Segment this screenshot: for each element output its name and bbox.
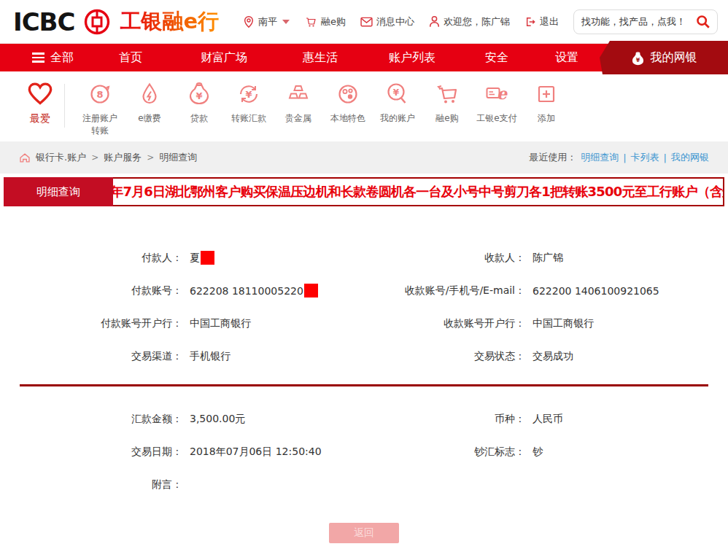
field-value: 陈广锦	[533, 252, 563, 265]
location-selector[interactable]: 南平	[243, 15, 290, 28]
breadcrumb-separator: >	[147, 152, 154, 163]
toolbar-label: e缴费	[128, 112, 171, 125]
breadcrumb-item[interactable]: 账户服务	[104, 151, 142, 164]
nav-item-life[interactable]: 惠生活	[303, 50, 338, 66]
add-icon	[533, 81, 559, 107]
chevron-down-icon	[282, 20, 290, 24]
field-value: 钞	[533, 446, 543, 459]
recent-link-card-list[interactable]: 卡列表	[631, 151, 659, 164]
user-icon	[429, 15, 440, 28]
toolbar-item-local-features[interactable]: 本地特色	[323, 81, 373, 125]
logout-label: 退出	[540, 15, 559, 28]
search-input[interactable]	[581, 16, 695, 27]
toolbar-item-register-transfer[interactable]: 8 注册账户转账	[75, 81, 125, 138]
field-label: 付款人：	[0, 252, 182, 265]
mybank-label: 我的网银	[651, 50, 697, 66]
field-value: 622200 1406100921065	[533, 285, 659, 297]
quick-toolbar: 最爱 8 注册账户转账 e缴费 ¥ 贷款	[0, 71, 728, 141]
detail-row: 附言：	[0, 468, 728, 501]
toolbar-divider	[64, 84, 65, 128]
nav-label: 账户列表	[389, 50, 435, 66]
svg-text:¥: ¥	[195, 90, 202, 101]
recent-used: 最近使用： 明细查询 | 卡列表 | 我的网银	[529, 151, 709, 164]
epay-card-icon: e	[484, 81, 510, 107]
toolbar-item-icbc-epay[interactable]: e 工银e支付	[472, 81, 522, 125]
icbc-logo[interactable]: ICBC 工银融e行	[13, 7, 219, 36]
field-label: 交易状态：	[365, 350, 525, 363]
page-title: 明细查询	[4, 177, 113, 206]
main-content: 明细查询 2018年7月6日湖北鄂州客户购买保温压边机和长款卷圆机各一台及小号中…	[0, 174, 728, 560]
droplet-lightning-icon	[136, 81, 163, 107]
nav-item-security[interactable]: 安全	[485, 50, 508, 66]
field-value: 2018年07月06日 12:50:40	[190, 446, 322, 459]
gold-bars-icon	[285, 81, 311, 107]
header-right: 南平 融e购 消息中心	[243, 9, 718, 34]
redaction-block	[304, 284, 318, 298]
section-divider	[20, 384, 708, 386]
toolbar-item-rong-e-gou[interactable]: 融e购	[422, 81, 472, 125]
svg-text:8: 8	[96, 89, 103, 100]
welcome-user[interactable]: 欢迎您，陈广锦	[429, 15, 510, 28]
nav-item-mybank[interactable]: ¥ 我的网银	[600, 41, 728, 74]
nav-item-wealth[interactable]: 财富广场	[201, 50, 247, 66]
search-icon[interactable]	[695, 14, 711, 30]
heart-icon	[27, 81, 53, 106]
field-value: 夏	[190, 252, 200, 265]
field-label: 附言：	[0, 478, 182, 491]
breadcrumb-row: 银行卡.账户 > 账户服务 > 明细查询 最近使用： 明细查询 | 卡列表 | …	[0, 141, 728, 174]
search-box	[573, 9, 718, 34]
toolbar-label: 贵金属	[277, 112, 320, 125]
field-label: 收款账号/手机号/E-mail：	[365, 284, 525, 298]
toolbar-item-add[interactable]: 添加	[522, 81, 571, 125]
breadcrumb-item[interactable]: 银行卡.账户	[36, 151, 86, 164]
back-button[interactable]: 返回	[329, 523, 399, 543]
register-transfer-icon: 8	[87, 81, 113, 107]
toolbar-label: 最爱	[30, 111, 50, 125]
toolbar-label: 本地特色	[327, 112, 369, 125]
icbc-logo-text: ICBC	[13, 7, 74, 36]
svg-text:e: e	[497, 84, 508, 103]
breadcrumb: 银行卡.账户 > 账户服务 > 明细查询	[19, 151, 197, 164]
toolbar-item-precious-metals[interactable]: 贵金属	[274, 81, 323, 125]
location-label: 南平	[258, 15, 277, 28]
top-header: ICBC 工银融e行 南平	[0, 0, 728, 44]
field-label: 付款账号：	[0, 284, 182, 298]
recent-link-mybank[interactable]: 我的网银	[671, 151, 709, 164]
detail-row: 付款账号开户行： 中国工商银行 收款账号开户行： 中国工商银行	[0, 307, 728, 340]
toolbar-item-epay-fees[interactable]: e缴费	[125, 81, 174, 125]
nav-item-home[interactable]: 首页	[119, 50, 142, 66]
local-features-icon	[335, 81, 361, 107]
toolbar-item-loans[interactable]: ¥ 贷款	[174, 81, 224, 125]
toolbar-label: 添加	[525, 112, 568, 125]
nav-label: 财富广场	[201, 50, 247, 66]
detail-row: 付款账号： 622208 18110005220 收款账号/手机号/E-mail…	[0, 274, 728, 307]
message-center-link[interactable]: 消息中心	[360, 15, 414, 28]
field-label: 交易渠道：	[0, 350, 182, 363]
detail-row: 交易日期： 2018年07月06日 12:50:40 钞汇标志： 钞	[0, 435, 728, 468]
nav-item-accounts[interactable]: 账户列表	[389, 50, 435, 66]
field-value: 手机银行	[190, 350, 231, 363]
field-value: 人民币	[533, 413, 563, 426]
field-label: 汇款金额：	[0, 413, 182, 426]
cart-icon	[304, 15, 317, 28]
detail-section-parties: 付款人： 夏 收款人： 陈广锦 付款账号： 622208 18110005220…	[0, 241, 728, 373]
toolbar-item-transfer-remit[interactable]: ¥ 转账汇款	[224, 81, 274, 125]
field-label: 付款账号开户行：	[0, 317, 182, 330]
main-nav: 全部 首页 财富广场 惠生活 账户列表 安全 设置 ¥ 我的网银	[0, 44, 728, 71]
cart-link[interactable]: 融e购	[304, 15, 346, 28]
home-icon[interactable]	[19, 152, 31, 163]
redaction-block	[201, 251, 214, 265]
moneybag-icon: ¥	[631, 50, 645, 66]
nav-item-all[interactable]: 全部	[32, 50, 74, 66]
toolbar-item-my-account[interactable]: ¥ 我的账户	[373, 81, 422, 125]
breadcrumb-item[interactable]: 明细查询	[159, 151, 197, 164]
nav-item-settings[interactable]: 设置	[555, 50, 578, 66]
logout-link[interactable]: 退出	[524, 15, 559, 28]
nav-label: 首页	[119, 50, 142, 66]
toolbar-label: 注册账户转账	[79, 112, 121, 138]
toolbar-label: 融e购	[426, 112, 468, 125]
recent-link-detail-query[interactable]: 明细查询	[581, 151, 619, 164]
detail-row: 汇款金额： 3,500.00元 币种： 人民币	[0, 402, 728, 435]
toolbar-item-favorites[interactable]: 最爱	[19, 81, 61, 125]
field-value: 中国工商银行	[190, 317, 251, 330]
